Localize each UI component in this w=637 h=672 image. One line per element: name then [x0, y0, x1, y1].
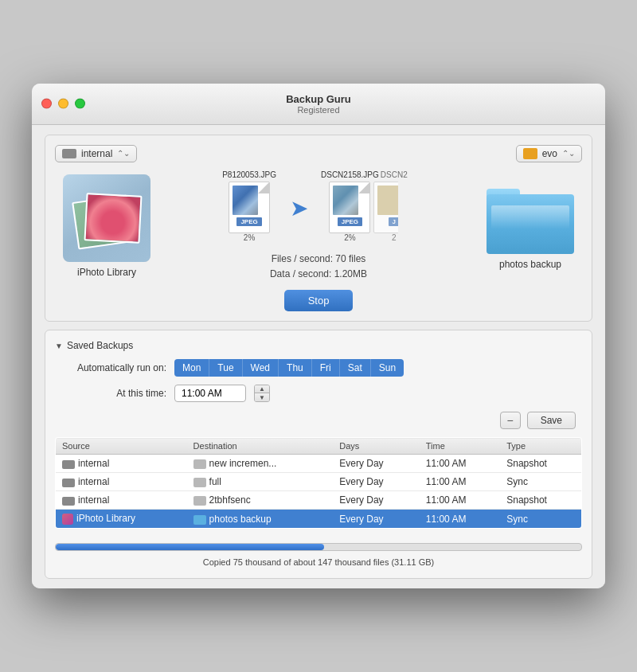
remove-button[interactable]: − [500, 412, 521, 429]
cell-destination: new incremen... [187, 455, 334, 473]
time-input[interactable] [174, 385, 246, 402]
cell-source: internal [56, 491, 187, 510]
dest-dropdown[interactable]: evo ⌃⌄ [516, 145, 582, 162]
stop-button[interactable]: Stop [284, 290, 354, 311]
section-header: ▼ Saved Backups [55, 340, 582, 351]
folder-icon-small [193, 478, 206, 487]
cell-destination: 2tbhfsenc [187, 491, 334, 510]
triangle-icon: ▼ [55, 342, 63, 350]
schedule-label: Automatically run on: [55, 362, 166, 373]
day-buttons: Mon Tue Wed Thu Fri Sat Sun [174, 359, 404, 377]
transfer-section: internal ⌃⌄ evo ⌃⌄ [45, 135, 592, 322]
close-button[interactable] [41, 99, 52, 109]
source-dropdown[interactable]: internal ⌃⌄ [55, 145, 137, 162]
day-tue[interactable]: Tue [209, 359, 242, 377]
cell-days: Every Day [333, 510, 420, 529]
iphoto-icon-small [62, 514, 73, 525]
schedule-row: Automatically run on: Mon Tue Wed Thu Fr… [55, 359, 582, 377]
file1-name: P8120053.JPG [222, 170, 276, 179]
maximize-button[interactable] [75, 99, 85, 109]
col-destination: Destination [187, 438, 334, 455]
window-title: Backup Guru [286, 93, 351, 105]
col-type: Type [500, 438, 581, 455]
transfer-arrow: ➤ [283, 193, 315, 225]
file3-image [377, 186, 403, 215]
titlebar: Backup Guru Registered [32, 84, 605, 125]
cell-days: Every Day [333, 473, 420, 491]
jpeg-label: JPEG [236, 217, 261, 226]
time-label: At this time: [55, 388, 166, 399]
folder-icon-small [193, 496, 206, 506]
file3-pct: 2 [392, 233, 397, 242]
dest-label: photos backup [499, 259, 561, 270]
day-fri[interactable]: Fri [312, 359, 340, 377]
saved-backups-panel: ▼ Saved Backups Automatically run on: Mo… [45, 330, 592, 579]
file-item-1: P8120053.JPG JPEG 2% [222, 170, 276, 242]
table-row[interactable]: internal full Every Day 11:00 AM Sync [56, 473, 582, 491]
minimize-button[interactable] [58, 99, 68, 109]
file-image [233, 186, 258, 215]
col-source: Source [56, 438, 187, 455]
transfer-area: iPhoto Library P8120053.JPG JPEG [55, 170, 582, 282]
day-mon[interactable]: Mon [174, 359, 209, 377]
dest-folder-icon [487, 182, 574, 254]
source-dropdown-label: internal [81, 148, 112, 159]
time-row: At this time: ▲ ▼ [55, 385, 582, 402]
day-thu[interactable]: Thu [279, 359, 312, 377]
day-wed[interactable]: Wed [243, 359, 279, 377]
file3-name: DSCN2 [381, 170, 408, 179]
table-row[interactable]: internal 2tbhfsenc Every Day 11:00 AM Sn… [56, 491, 582, 510]
day-sat[interactable]: Sat [340, 359, 371, 377]
drive-icon-small [62, 479, 75, 487]
table-header-row: Source Destination Days Time Type [56, 438, 582, 455]
section-title: Saved Backups [67, 340, 133, 351]
drive-icon [62, 149, 76, 158]
window-subtitle: Registered [297, 105, 339, 115]
app-window: Backup Guru Registered internal ⌃⌄ evo ⌃… [32, 84, 605, 588]
file2-pct: 2% [344, 233, 355, 242]
cell-time: 11:00 AM [420, 510, 500, 529]
source-label: iPhoto Library [77, 267, 136, 278]
stepper-up[interactable]: ▲ [255, 385, 269, 393]
cell-time: 11:00 AM [420, 473, 500, 491]
cell-type: Sync [500, 510, 581, 529]
stats-area: Files / second: 70 files Data / second: … [270, 252, 367, 282]
corner-fold [258, 182, 269, 193]
source-panel: iPhoto Library [55, 174, 158, 278]
file2-name: DSCN2158.JPG [321, 170, 379, 179]
file2-icon: JPEG [329, 182, 370, 233]
files-row: P8120053.JPG JPEG 2% ➤ [166, 170, 471, 242]
cell-destination: full [187, 473, 334, 491]
jpeg-label-3: J [389, 217, 400, 226]
save-button[interactable]: Save [527, 412, 576, 429]
cell-source: internal [56, 455, 187, 473]
cell-destination: photos backup [187, 510, 334, 529]
cell-days: Every Day [333, 455, 420, 473]
cell-time: 11:00 AM [420, 491, 500, 510]
stepper-down[interactable]: ▼ [255, 393, 269, 401]
table-row[interactable]: internal new incremen... Every Day 11:00… [56, 455, 582, 473]
folder-icon-blue-small [193, 515, 206, 525]
file-item-3: DSCN2 J 2 [373, 170, 415, 242]
cell-source: iPhoto Library [56, 510, 187, 529]
drive-icon-small [62, 460, 75, 469]
window-controls [41, 99, 85, 109]
progress-bar-fill [56, 544, 324, 550]
jpeg-label-2: JPEG [338, 217, 362, 226]
stats-line2: Data / second: 1.20MB [270, 267, 367, 282]
dest-dropdown-label: evo [542, 148, 557, 159]
folder-icon-small [193, 459, 206, 469]
file-item-2: DSCN2158.JPG JPEG 2% [321, 170, 379, 242]
file2-image [333, 186, 358, 215]
file1-pct: 2% [244, 233, 255, 242]
progress-area: Copied 75 thousand of about 147 thousand… [55, 537, 582, 568]
folder-shine [491, 205, 569, 229]
stats-line1: Files / second: 70 files [270, 252, 367, 267]
iphoto-library-icon [63, 174, 150, 262]
chevron-down-icon: ⌃⌄ [117, 149, 130, 158]
action-row: − Save [55, 412, 582, 429]
dest-panel: photos backup [479, 182, 582, 270]
table-row[interactable]: iPhoto Library photos backup Every Day 1… [56, 510, 582, 529]
day-sun[interactable]: Sun [371, 359, 404, 377]
folder-body [487, 194, 574, 254]
